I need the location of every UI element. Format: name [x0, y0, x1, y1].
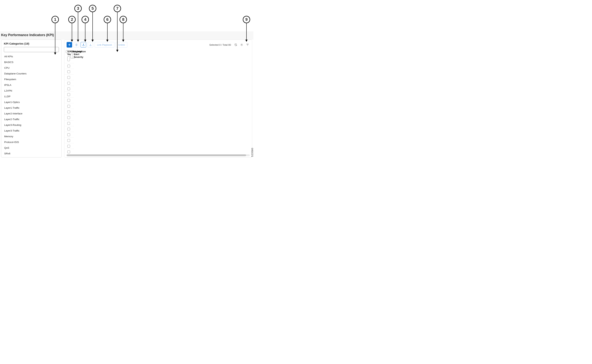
trash-icon	[75, 44, 78, 46]
delete-button[interactable]	[74, 42, 79, 47]
category-item[interactable]: Layer1-Traffic	[1, 105, 61, 111]
cell-name: L2VPN xconnect brief	[73, 109, 74, 115]
sidebar-title: KPI Categories (19)	[1, 42, 61, 47]
cell-name: L2VPN XConnect State	[73, 103, 74, 109]
cell-name: Layer 1 optical alarms	[73, 120, 74, 126]
cell-name: Filesystem utilization	[73, 86, 74, 92]
table-row: Filesystem utilizationiFilesystemMonitor…	[64, 86, 74, 91]
row-checkbox[interactable]	[67, 99, 70, 102]
category-item[interactable]: IPSLA	[1, 82, 61, 88]
callout-bubble: 5	[89, 5, 96, 12]
category-item[interactable]: Layer3-Traffic	[1, 128, 61, 134]
category-item[interactable]: Protocol-ISIS	[1, 139, 61, 145]
row-checkbox[interactable]	[67, 76, 70, 79]
unlink-button[interactable]: Unlink	[116, 42, 127, 47]
row-checkbox[interactable]	[67, 105, 70, 108]
table-row: CPU utilizationiCPUMonitors CPU usage ac…	[64, 74, 74, 80]
callout-bubble: 1	[52, 16, 59, 23]
table-row: Layer 1 optical alarmsiLayer1-OpticsMoni…	[64, 120, 74, 126]
row-checkbox[interactable]	[67, 128, 70, 130]
table-row: IP SLA UDP jitter monitoringiIPSLAMonito…	[64, 97, 74, 103]
table-row: CPU thresholdiCPUMonitors CPU usage acro…	[64, 69, 74, 74]
row-checkbox[interactable]	[67, 93, 70, 96]
row-checkbox[interactable]	[67, 116, 70, 119]
category-item[interactable]: Layer2-Traffic	[1, 117, 61, 122]
cell-name: CPU utilization	[73, 75, 74, 80]
table-row: IP SLA UDP Echo RTTiIPSLAMonitors IP SLA…	[64, 91, 74, 97]
refresh-icon	[234, 43, 237, 46]
row-checkbox[interactable]	[67, 139, 70, 142]
callout-bubble: 2	[68, 16, 76, 23]
row-checkbox[interactable]	[67, 70, 70, 73]
row-checkbox[interactable]	[67, 82, 70, 84]
table-row: L2VPN XConnect StateiL2VPNCisco-IOS-XR-l…	[64, 103, 74, 109]
table-row: L2VPN xconnect briefiL2VPNCisco-IOS-XR-l…	[64, 109, 74, 115]
table-row: Layer 1 optical poweriLayer1-OpticsMonit…	[64, 137, 74, 143]
category-item[interactable]: BASICS	[1, 59, 61, 65]
category-item[interactable]: Dataplane-Counters	[1, 71, 61, 77]
category-item[interactable]: SRv6	[1, 151, 61, 156]
callout-bubble: 3	[74, 5, 82, 12]
gear-icon	[240, 43, 243, 46]
row-checkbox[interactable]	[67, 122, 70, 125]
row-checkbox[interactable]	[67, 65, 70, 67]
table-row: CEF dropsiDataplane-CountersMonitors CEF…	[64, 80, 74, 86]
download-icon	[89, 44, 92, 46]
callout-bubble: 6	[104, 16, 111, 23]
category-item[interactable]: CPU	[1, 65, 61, 71]
cell-name: Layer 1 optical FEC errors	[73, 132, 74, 137]
category-item[interactable]: LLDP	[1, 94, 61, 99]
cell-name: Layer 1 optical errors	[73, 126, 74, 132]
kpi-main-panel: Link Playbook Unlink Selected 0 / Total …	[64, 40, 252, 157]
image-id: 523580	[251, 148, 253, 157]
add-button[interactable]	[67, 42, 72, 47]
filter-icon	[246, 43, 249, 46]
row-checkbox[interactable]	[67, 145, 70, 148]
callout-bubble: 9	[243, 16, 250, 23]
row-checkbox[interactable]	[67, 87, 70, 90]
category-item[interactable]: Memory	[1, 134, 61, 139]
cell-name: CPU threshold	[73, 69, 74, 75]
toolbar: Link Playbook Unlink Selected 0 / Total …	[64, 41, 252, 49]
cell-name: IP SLA UDP Echo RTT	[73, 92, 74, 98]
cell-name: Layer 1 optical power	[73, 137, 74, 143]
cell-name: Layer 1 optical temperature	[73, 143, 74, 149]
category-item[interactable]: Layer3-Routing	[1, 122, 61, 128]
refresh-button[interactable]	[234, 43, 238, 47]
category-search-input[interactable]	[4, 47, 59, 52]
cell-name: Device uptime	[73, 63, 74, 69]
category-item[interactable]: Layer1-Optics	[1, 99, 61, 105]
category-item[interactable]: QoS	[1, 145, 61, 151]
cell-name: CEF drops	[73, 80, 74, 86]
import-button[interactable]	[88, 42, 93, 47]
selection-status: Selected 0 / Total 80	[209, 44, 231, 46]
row-checkbox[interactable]	[67, 133, 70, 136]
export-button[interactable]	[81, 42, 86, 47]
table-row: LLDP neighborsiLLDPMonitors LLDP neighbo…	[64, 115, 74, 120]
plus-icon	[68, 43, 71, 46]
cell-name: Layer 1 optical voltage	[73, 149, 74, 154]
page-header: Key Performance Indicators (KPI)	[0, 31, 253, 40]
cell-name: IP SLA UDP jitter monitoring	[73, 98, 74, 103]
table-row: Layer 1 optical errorsiLayer1-OpticsMoni…	[64, 126, 74, 132]
row-checkbox[interactable]	[67, 110, 70, 113]
filter-name-input[interactable]	[67, 56, 70, 61]
table-row: Layer 1 optical voltageiLayer1-OpticsMon…	[64, 149, 74, 154]
kpi-categories-panel: KPI Categories (19) All KPIsBASICSCPUDat…	[1, 40, 62, 157]
filter-button[interactable]	[245, 43, 250, 47]
settings-button[interactable]	[239, 43, 244, 47]
cell-name: LLDP neighbors	[73, 115, 74, 120]
category-item[interactable]: Filesystem	[1, 77, 61, 82]
upload-icon	[82, 44, 85, 46]
category-list: All KPIsBASICSCPUDataplane-CountersFiles…	[1, 54, 61, 156]
link-playbook-button[interactable]: Link Playbook	[95, 42, 114, 47]
horizontal-scrollbar[interactable]	[67, 154, 250, 156]
table-row: Layer 1 optical temperatureiLayer1-Optic…	[64, 143, 74, 149]
callout-bubble: 7	[114, 5, 121, 12]
callout-bubble: 8	[120, 16, 127, 23]
category-item[interactable]: L2VPN	[1, 88, 61, 94]
row-checkbox[interactable]	[67, 150, 70, 153]
kpi-table: KPI Name Category Description	[64, 49, 252, 154]
category-item[interactable]: Layer2-Interface	[1, 111, 61, 117]
category-item[interactable]: All KPIs	[1, 54, 61, 59]
